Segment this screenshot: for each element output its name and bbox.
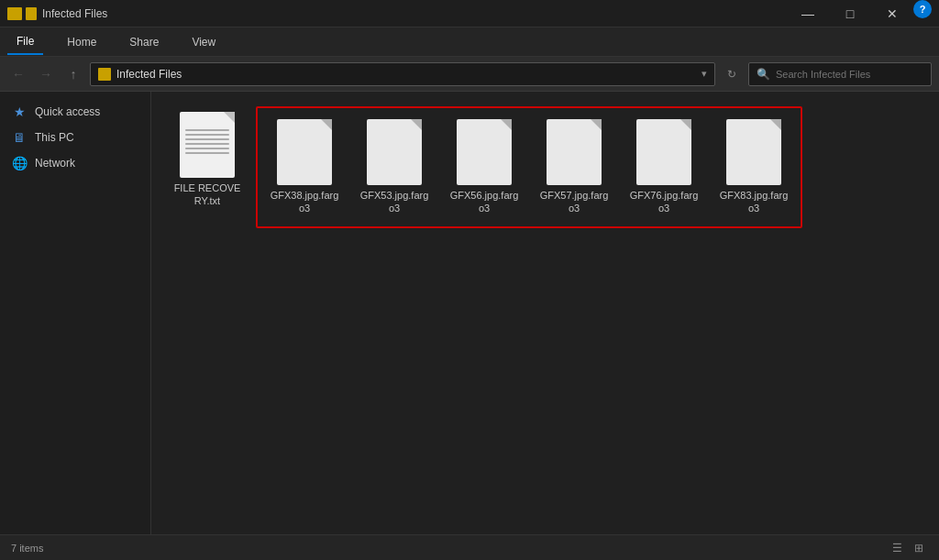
status-bar: 7 items ☰ ⊞: [0, 534, 939, 560]
star-icon: ★: [11, 104, 28, 120]
path-text: Infected Files: [116, 68, 182, 81]
file-item-gfx38[interactable]: GFX38.jpg.fargo3: [263, 114, 346, 221]
item-count: 7 items: [11, 543, 43, 554]
details-view-button[interactable]: ☰: [888, 539, 906, 557]
file-name: GFX76.jpg.fargo3: [628, 189, 700, 215]
file-line: [185, 138, 229, 140]
network-label: Network: [35, 157, 75, 170]
file-item-gfx53[interactable]: GFX53.jpg.fargo3: [353, 114, 436, 221]
address-path[interactable]: Infected Files ▾: [90, 62, 715, 86]
plain-file-icon: [636, 119, 691, 185]
file-item-gfx56[interactable]: GFX56.jpg.fargo3: [443, 114, 525, 221]
file-name: GFX53.jpg.fargo3: [359, 189, 430, 215]
file-name: FILE RECOVERY.txt: [171, 181, 243, 208]
maximize-button[interactable]: □: [829, 0, 871, 27]
file-item-gfx83[interactable]: GFX83.jpg.fargo3: [713, 114, 795, 221]
main-content: ★ Quick access 🖥 This PC 🌐 Network: [0, 92, 939, 534]
file-line: [185, 148, 229, 149]
view-controls: ☰ ⊞: [888, 539, 928, 557]
file-lines: [180, 112, 235, 162]
plain-file-icon: [726, 119, 781, 185]
plain-file-icon: [547, 119, 602, 185]
tab-share[interactable]: Share: [120, 30, 168, 54]
help-button[interactable]: ?: [913, 0, 932, 18]
tab-home[interactable]: Home: [58, 30, 105, 54]
app-icon-small: [26, 7, 37, 20]
file-item-gfx57[interactable]: GFX57.jpg.fargo3: [533, 114, 615, 221]
app-icon-yellow: [7, 7, 22, 20]
search-icon: 🔍: [757, 68, 770, 81]
tab-view[interactable]: View: [182, 30, 225, 54]
file-line: [185, 143, 229, 145]
files-grid: FILE RECOVERY.txt GFX38.jpg.fargo3 GFX53…: [166, 106, 924, 228]
sidebar-item-this-pc[interactable]: 🖥 This PC: [0, 125, 150, 150]
up-button[interactable]: ↑: [62, 63, 84, 85]
file-name: GFX38.jpg.fargo3: [269, 189, 340, 215]
back-button[interactable]: ←: [7, 63, 29, 85]
file-item-gfx76[interactable]: GFX76.jpg.fargo3: [623, 114, 705, 221]
tab-file[interactable]: File: [7, 29, 43, 55]
minimize-button[interactable]: —: [787, 0, 829, 27]
file-line: [185, 129, 229, 131]
title-bar: Infected Files — □ ✕ ?: [0, 0, 939, 27]
network-icon: 🌐: [11, 155, 28, 171]
forward-button[interactable]: →: [35, 63, 57, 85]
file-line: [185, 134, 229, 136]
title-bar-icons: [7, 7, 37, 20]
refresh-button[interactable]: ↻: [721, 63, 743, 85]
sidebar: ★ Quick access 🖥 This PC 🌐 Network: [0, 92, 151, 534]
file-area: FILE RECOVERY.txt GFX38.jpg.fargo3 GFX53…: [151, 92, 939, 534]
close-button[interactable]: ✕: [871, 0, 913, 27]
address-bar: ← → ↑ Infected Files ▾ ↻ 🔍: [0, 57, 939, 92]
search-input[interactable]: [776, 69, 923, 80]
sidebar-item-quick-access[interactable]: ★ Quick access: [0, 99, 150, 125]
large-icons-view-button[interactable]: ⊞: [910, 539, 928, 557]
window-title: Infected Files: [42, 7, 107, 20]
title-bar-left: Infected Files: [7, 7, 107, 20]
file-line: [185, 152, 229, 154]
quick-access-label: Quick access: [35, 105, 100, 118]
this-pc-label: This PC: [35, 131, 74, 144]
plain-file-icon: [457, 119, 512, 185]
path-folder-icon: [98, 68, 111, 81]
search-box[interactable]: 🔍: [748, 62, 932, 86]
path-dropdown-icon[interactable]: ▾: [701, 68, 707, 80]
plain-file-icon: [367, 119, 422, 185]
window-controls: — □ ✕ ?: [787, 0, 932, 27]
file-name: GFX83.jpg.fargo3: [718, 189, 790, 215]
txt-file-icon: [180, 112, 235, 178]
plain-file-icon: [277, 119, 332, 185]
file-name: GFX56.jpg.fargo3: [448, 189, 520, 215]
infected-files-selection: GFX38.jpg.fargo3 GFX53.jpg.fargo3 GFX56.…: [256, 106, 802, 228]
sidebar-item-network[interactable]: 🌐 Network: [0, 150, 150, 176]
pc-icon: 🖥: [11, 129, 28, 146]
ribbon: File Home Share View: [0, 27, 939, 57]
file-item-recovery[interactable]: FILE RECOVERY.txt: [166, 106, 249, 214]
file-name: GFX57.jpg.fargo3: [538, 189, 610, 215]
